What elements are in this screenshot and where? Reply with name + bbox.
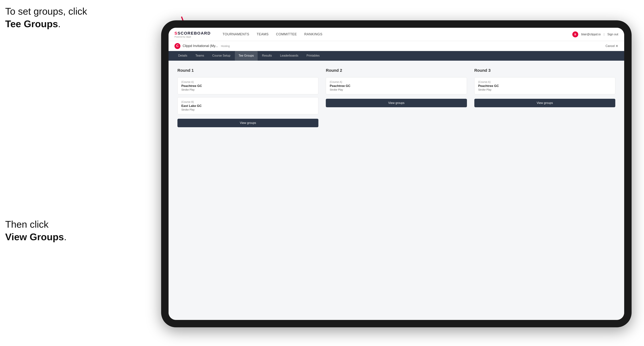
round-2-course-a-label: (Course A) (330, 80, 463, 83)
round-3-title: Round 3 (474, 68, 615, 73)
tablet-screen: SSCOREBOARD Powered by clippit TOURNAMEN… (168, 28, 624, 320)
round-2-section: Round 2 (Course A) Peachtree GC Stroke P… (326, 68, 467, 127)
round-2-course-a-card: (Course A) Peachtree GC Stroke Play (326, 77, 467, 94)
round-3-course-a-label: (Course A) (478, 80, 612, 83)
nav-tournaments[interactable]: TOURNAMENTS (223, 32, 249, 37)
rounds-grid: Round 1 (Course A) Peachtree GC Stroke P… (178, 68, 615, 127)
tab-tee-groups[interactable]: Tee Groups (235, 51, 258, 61)
user-avatar: B (572, 31, 578, 37)
logo-label: SCOREBOARD (178, 31, 211, 35)
round-2-view-groups-button[interactable]: View groups (326, 99, 467, 107)
round-1-course-b-label: (Course B) (181, 100, 314, 103)
instruction-bottom: Then click View Groups. (5, 218, 66, 243)
round-1-course-a-card: (Course A) Peachtree GC Stroke Play (178, 77, 318, 94)
round-3-course-a-card: (Course A) Peachtree GC Stroke Play (474, 77, 615, 94)
round-2-course-a-format: Stroke Play (330, 88, 463, 91)
cancel-button[interactable]: Cancel ✕ (606, 44, 618, 48)
tab-printables[interactable]: Printables (303, 51, 324, 61)
instruction-top: To set groups, click Tee Groups. (5, 5, 87, 30)
tournament-name: Clippd Invitational (My... (182, 44, 218, 48)
round-2-course-a-name: Peachtree GC (330, 84, 463, 88)
instruction-top-emphasis: Tee Groups (5, 18, 58, 29)
instruction-bottom-line1: Then click (5, 219, 48, 230)
tab-details[interactable]: Details (174, 51, 191, 61)
sign-out-link[interactable]: Sign out (607, 33, 618, 36)
tournament-title-area: C Clippd Invitational (My... Hosting (174, 43, 230, 49)
logo-area: SSCOREBOARD Powered by clippit (174, 31, 211, 38)
main-content: Round 1 (Course A) Peachtree GC Stroke P… (168, 61, 624, 320)
round-1-course-a-label: (Course A) (181, 80, 314, 83)
user-email: blair@clippd.io (581, 33, 601, 36)
instruction-top-punct: . (58, 18, 60, 29)
round-1-course-b-card: (Course B) East Lake GC Stroke Play (178, 97, 318, 114)
nav-rankings[interactable]: RANKINGS (304, 32, 322, 37)
logo-sub: Powered by clippit (174, 36, 211, 38)
hosting-badge: Hosting (221, 45, 230, 47)
round-3-section: Round 3 (Course A) Peachtree GC Stroke P… (474, 68, 615, 127)
sub-tabs: Details Teams Course Setup Tee Groups Re… (168, 51, 624, 61)
instruction-bottom-punct: . (64, 231, 66, 242)
round-1-view-groups-button[interactable]: View groups (178, 119, 318, 127)
instruction-bottom-emphasis: View Groups (5, 231, 64, 242)
top-nav: SSCOREBOARD Powered by clippit TOURNAMEN… (168, 28, 624, 41)
tab-course-setup[interactable]: Course Setup (208, 51, 234, 61)
tablet-frame: SSCOREBOARD Powered by clippit TOURNAMEN… (161, 20, 632, 327)
instruction-top-line1: To set groups, click (5, 6, 87, 17)
tab-results[interactable]: Results (258, 51, 276, 61)
nav-committee[interactable]: COMMITTEE (276, 32, 297, 37)
tab-teams[interactable]: Teams (192, 51, 208, 61)
tournament-bar: C Clippd Invitational (My... Hosting Can… (168, 41, 624, 51)
round-1-course-b-format: Stroke Play (181, 108, 314, 111)
tournament-icon: C (174, 43, 180, 49)
logo-s: S (174, 31, 178, 35)
round-1-course-b-name: East Lake GC (181, 104, 314, 108)
nav-right: B blair@clippd.io | Sign out (572, 31, 618, 37)
round-1-title: Round 1 (178, 68, 318, 73)
logo-text: SSCOREBOARD (174, 31, 211, 36)
nav-teams[interactable]: TEAMS (257, 32, 269, 37)
separator: | (604, 33, 604, 36)
round-1-section: Round 1 (Course A) Peachtree GC Stroke P… (178, 68, 318, 127)
round-3-course-a-format: Stroke Play (478, 88, 612, 91)
round-1-course-a-format: Stroke Play (181, 88, 314, 91)
round-3-course-a-name: Peachtree GC (478, 84, 612, 88)
round-3-view-groups-button[interactable]: View groups (474, 99, 615, 107)
nav-items: TOURNAMENTS TEAMS COMMITTEE RANKINGS (223, 32, 564, 37)
tab-leaderboards[interactable]: Leaderboards (276, 51, 302, 61)
round-1-course-a-name: Peachtree GC (181, 84, 314, 88)
round-2-title: Round 2 (326, 68, 467, 73)
